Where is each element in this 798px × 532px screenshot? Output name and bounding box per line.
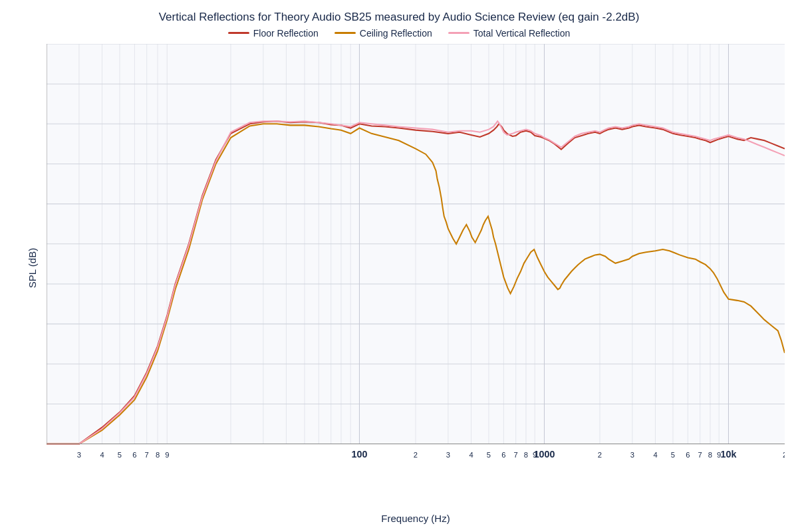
chart-area: SPL (dB) Frequency (Hz) (47, 44, 785, 492)
xtick-7-3: 7 (698, 451, 702, 459)
legend-ceiling: Ceiling Reflection (334, 28, 432, 39)
xtick-3-3: 3 (630, 451, 634, 459)
xtick-6-1: 6 (132, 451, 136, 459)
xtick-8-1: 8 (156, 451, 160, 459)
x-axis-label: Frequency (Hz) (381, 513, 450, 524)
ceiling-legend-label: Ceiling Reflection (360, 28, 432, 39)
xtick-4: 4 (100, 451, 104, 459)
xtick-6-3: 6 (686, 451, 690, 459)
chart-legend: Floor Reflection Ceiling Reflection Tota… (228, 28, 571, 39)
xtick-2-2: 2 (414, 451, 418, 459)
xtick-3: 3 (77, 451, 81, 459)
chart-container: Vertical Reflections for Theory Audio SB… (0, 0, 798, 532)
xtick-5-3: 5 (671, 451, 675, 459)
xtick-7-2: 7 (514, 451, 518, 459)
total-legend-line (448, 32, 469, 34)
xtick-8-2: 8 (524, 451, 528, 459)
floor-legend-label: Floor Reflection (253, 28, 319, 39)
xtick-2-3: 2 (598, 451, 602, 459)
xtick-6-2: 6 (501, 451, 505, 459)
ceiling-legend-line (334, 32, 356, 34)
main-svg: 10 5 0 -5 -10 -15 -20 -25 -30 -35 -40 3 … (47, 44, 785, 492)
xtick-100: 100 (352, 449, 368, 460)
y-axis-label: SPL (dB) (27, 248, 38, 288)
floor-legend-line (228, 32, 249, 34)
total-legend-label: Total Vertical Reflection (473, 28, 571, 39)
xtick-5-1: 5 (118, 451, 122, 459)
xtick-2-4: 2 (783, 451, 785, 459)
legend-total: Total Vertical Reflection (448, 28, 571, 39)
xtick-7-1: 7 (145, 451, 149, 459)
xtick-5-2: 5 (487, 451, 491, 459)
xtick-1000: 1000 (534, 449, 555, 460)
xtick-9-1: 9 (165, 451, 169, 459)
xtick-4-2: 4 (469, 451, 473, 459)
xtick-3-2: 3 (446, 451, 450, 459)
xtick-8-3: 8 (708, 451, 712, 459)
xtick-4-3: 4 (653, 451, 657, 459)
legend-floor: Floor Reflection (228, 28, 319, 39)
chart-title: Vertical Reflections for Theory Audio SB… (159, 9, 640, 25)
xtick-10k: 10k (721, 449, 737, 460)
